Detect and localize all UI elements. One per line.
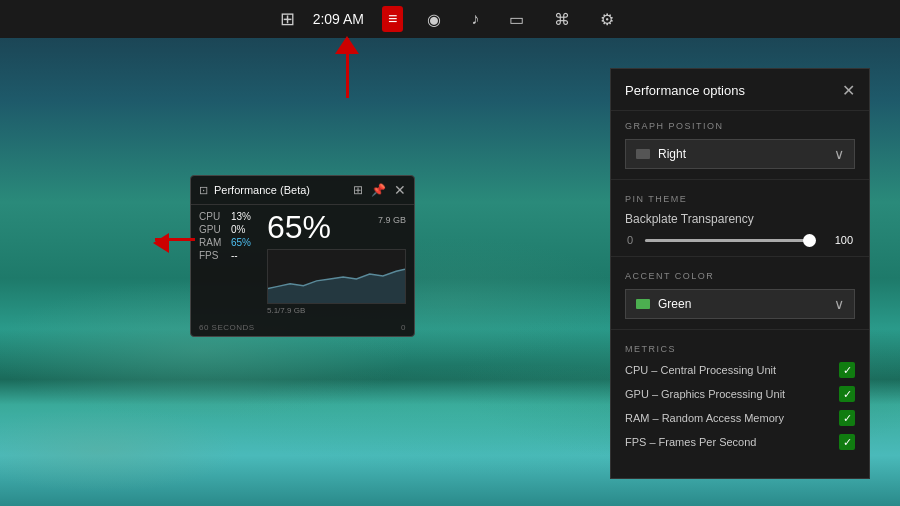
perf-widget-body: CPU 13% GPU 0% RAM 65% FPS -- 65% 7.9 GB: [191, 205, 414, 321]
accent-dropdown-left: Green: [636, 297, 691, 311]
options-panel-title: Performance options: [625, 83, 745, 98]
gpu-label: GPU: [199, 224, 227, 235]
perf-close-button[interactable]: ✕: [394, 182, 406, 198]
accent-section-label: Accent Color: [625, 271, 855, 281]
performance-options-panel: Performance options ✕ GRAPH POSITION Rig…: [610, 68, 870, 479]
accent-color-swatch: [636, 299, 650, 309]
cpu-label: CPU: [199, 211, 227, 222]
metric-fps-label: FPS – Frames Per Second: [625, 436, 756, 448]
perf-graph-svg: [268, 250, 405, 303]
ram-stat-row: RAM 65%: [199, 237, 259, 248]
metric-fps-row: FPS – Frames Per Second ✓: [625, 434, 855, 450]
perf-ram-used: 5.1/7.9 GB: [267, 306, 406, 315]
graph-position-chevron-icon: ∨: [834, 146, 844, 162]
fps-label: FPS: [199, 250, 227, 261]
ram-label: RAM: [199, 237, 227, 248]
graph-position-label: GRAPH POSITION: [625, 121, 855, 131]
slider-thumb[interactable]: [803, 234, 816, 247]
transparency-slider-row: 0 100: [625, 234, 855, 246]
metrics-section: METRICS CPU – Central Processing Unit ✓ …: [611, 334, 869, 462]
menu-icon[interactable]: ≡: [382, 6, 403, 32]
perf-main-area: 65% 7.9 GB 5.1/7.9 GB: [267, 211, 406, 315]
perf-graph: [267, 249, 406, 304]
options-panel-header: Performance options ✕: [611, 69, 869, 111]
transparency-slider-track[interactable]: [645, 239, 815, 242]
profile-icon[interactable]: ◉: [421, 6, 447, 33]
taskbar: ⊞ 2:09 AM ≡ ◉ ♪ ▭ ⌘ ⚙: [0, 0, 900, 38]
graph-position-indicator: [636, 149, 650, 159]
metric-ram-checkmark: ✓: [843, 413, 852, 424]
slider-min-label: 0: [627, 234, 635, 246]
controller-icon[interactable]: ⌘: [548, 6, 576, 33]
graph-position-value: Right: [658, 147, 686, 161]
xbox-icon[interactable]: ⊞: [280, 8, 295, 30]
pin-theme-label-row: PIN THEME: [625, 194, 855, 204]
perf-pin-icon[interactable]: 📌: [371, 183, 386, 197]
divider-3: [611, 329, 869, 330]
metric-ram-checkbox[interactable]: ✓: [839, 410, 855, 426]
perf-settings-icon[interactable]: ⊞: [353, 183, 363, 197]
slider-max-label: 100: [825, 234, 853, 246]
accent-color-section: Accent Color Green ∨: [611, 261, 869, 325]
divider-2: [611, 256, 869, 257]
perf-big-number: 65%: [267, 211, 331, 243]
perf-widget-title: Performance (Beta): [214, 184, 310, 196]
perf-footer: 60 SECONDS 0: [191, 321, 414, 336]
metric-ram-label: RAM – Random Access Memory: [625, 412, 784, 424]
metric-gpu-label: GPU – Graphics Processing Unit: [625, 388, 785, 400]
cpu-stat-row: CPU 13%: [199, 211, 259, 222]
monitor-icon: ⊡: [199, 184, 208, 197]
metric-gpu-checkmark: ✓: [843, 389, 852, 400]
metric-fps-checkbox[interactable]: ✓: [839, 434, 855, 450]
settings-icon[interactable]: ⚙: [594, 6, 620, 33]
metric-gpu-row: GPU – Graphics Processing Unit ✓: [625, 386, 855, 402]
display-icon[interactable]: ▭: [503, 6, 530, 33]
perf-title-area: ⊡ Performance (Beta): [199, 184, 310, 197]
metric-cpu-checkbox[interactable]: ✓: [839, 362, 855, 378]
metric-fps-checkmark: ✓: [843, 437, 852, 448]
taskbar-time: 2:09 AM: [313, 11, 364, 27]
metric-cpu-row: CPU – Central Processing Unit ✓: [625, 362, 855, 378]
gpu-value: 0%: [231, 224, 245, 235]
divider-1: [611, 179, 869, 180]
metric-cpu-label: CPU – Central Processing Unit: [625, 364, 776, 376]
perf-time-label: 60 SECONDS: [199, 323, 255, 332]
metric-gpu-checkbox[interactable]: ✓: [839, 386, 855, 402]
graph-position-dropdown-left: Right: [636, 147, 686, 161]
volume-icon[interactable]: ♪: [465, 6, 485, 32]
graph-position-dropdown[interactable]: Right ∨: [625, 139, 855, 169]
options-close-button[interactable]: ✕: [842, 81, 855, 100]
perf-time-end: 0: [401, 323, 406, 332]
fps-value: --: [231, 250, 238, 261]
metrics-section-label: METRICS: [625, 344, 855, 354]
metric-cpu-checkmark: ✓: [843, 365, 852, 376]
slider-fill: [645, 239, 815, 242]
cpu-value: 13%: [231, 211, 251, 222]
accent-chevron-icon: ∨: [834, 296, 844, 312]
perf-ram-total: 7.9 GB: [378, 211, 406, 225]
backplate-transparency-label: Backplate Transparency: [625, 212, 855, 226]
pin-theme-section: PIN THEME Backplate Transparency 0 100: [611, 184, 869, 252]
fps-stat-row: FPS --: [199, 250, 259, 261]
gpu-stat-row: GPU 0%: [199, 224, 259, 235]
perf-stats-list: CPU 13% GPU 0% RAM 65% FPS --: [199, 211, 259, 315]
performance-widget: ⊡ Performance (Beta) ⊞ 📌 ✕ CPU 13% GPU 0…: [190, 175, 415, 337]
metric-ram-row: RAM – Random Access Memory ✓: [625, 410, 855, 426]
perf-header-controls: ⊞ 📌 ✕: [353, 182, 406, 198]
graph-position-section: GRAPH POSITION Right ∨: [611, 111, 869, 175]
perf-widget-header: ⊡ Performance (Beta) ⊞ 📌 ✕: [191, 176, 414, 205]
pin-theme-label: PIN THEME: [625, 194, 687, 204]
accent-color-value: Green: [658, 297, 691, 311]
ram-value: 65%: [231, 237, 251, 248]
accent-color-dropdown[interactable]: Green ∨: [625, 289, 855, 319]
